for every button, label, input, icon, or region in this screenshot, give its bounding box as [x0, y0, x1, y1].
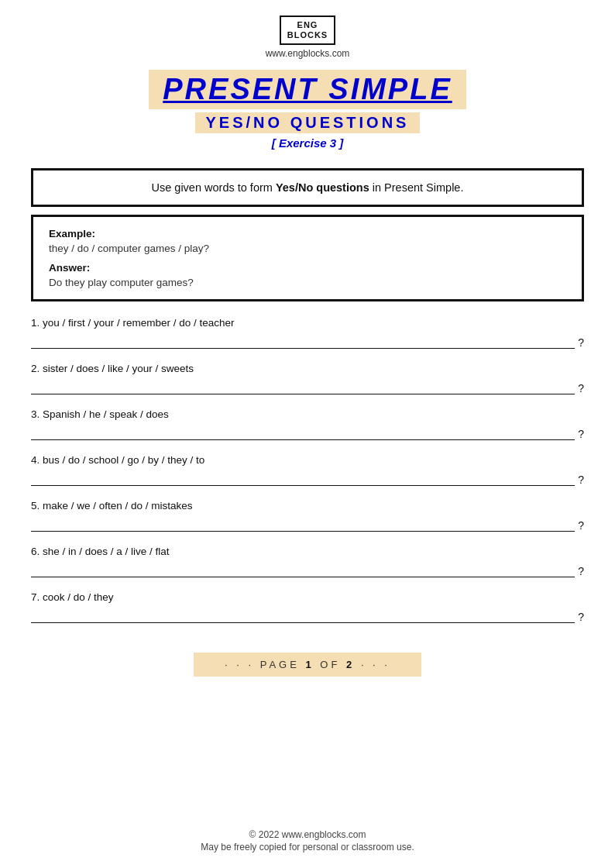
question-item: 5. make / we / often / do / mistakes?	[31, 500, 584, 532]
question-mark: ?	[578, 565, 584, 577]
page-current: 1	[306, 659, 314, 670]
example-prompt: they / do / computer games / play?	[49, 243, 566, 254]
page-dots-right: · · ·	[361, 659, 390, 670]
questions-section: 1. you / first / your / remember / do / …	[31, 317, 584, 637]
answer-text: Do they play computer games?	[49, 277, 566, 288]
instruction-text-part2: in Present Simple.	[369, 181, 464, 194]
instruction-box: Use given words to form Yes/No questions…	[31, 168, 584, 207]
question-item: 4. bus / do / school / go / by / they / …	[31, 454, 584, 486]
answer-line-row: ?	[31, 425, 584, 440]
page-total: 2	[346, 659, 355, 670]
question-item: 7. cook / do / they?	[31, 591, 584, 623]
question-text: 2. sister / does / like / your / sweets	[31, 363, 584, 374]
page: ENG BLOCKS www.engblocks.com PRESENT SIM…	[0, 0, 615, 868]
answer-line[interactable]	[31, 608, 575, 623]
question-item: 1. you / first / your / remember / do / …	[31, 317, 584, 349]
answer-line-row: ?	[31, 562, 584, 577]
page-indicator: · · · PAGE 1 OF 2 · · ·	[194, 653, 421, 677]
question-item: 3. Spanish / he / speak / does?	[31, 408, 584, 440]
question-mark: ?	[578, 474, 584, 486]
footer-license: May be freely copied for personal or cla…	[201, 842, 414, 852]
footer-copyright: © 2022 www.engblocks.com	[201, 829, 414, 840]
question-mark: ?	[578, 611, 584, 623]
question-text: 1. you / first / your / remember / do / …	[31, 317, 584, 329]
answer-line[interactable]	[31, 425, 575, 440]
answer-label: Answer:	[49, 262, 566, 274]
question-mark: ?	[578, 336, 584, 349]
logo-eng: ENG	[287, 20, 328, 30]
answer-line-row: ?	[31, 379, 584, 394]
footer: © 2022 www.engblocks.com May be freely c…	[201, 829, 414, 852]
question-item: 2. sister / does / like / your / sweets?	[31, 363, 584, 394]
question-mark: ?	[578, 382, 584, 394]
answer-line[interactable]	[31, 333, 575, 349]
answer-line-row: ?	[31, 516, 584, 532]
main-title: PRESENT SIMPLE	[149, 70, 466, 109]
logo-area: ENG BLOCKS www.engblocks.com	[266, 16, 350, 59]
question-text: 3. Spanish / he / speak / does	[31, 408, 584, 420]
instruction-text-part1: Use given words to form	[152, 181, 276, 194]
question-text: 6. she / in / does / a / live / flat	[31, 546, 584, 557]
instruction-bold: Yes/No questions	[276, 181, 369, 194]
exercise-label: [ Exercise 3 ]	[149, 136, 466, 150]
question-text: 4. bus / do / school / go / by / they / …	[31, 454, 584, 466]
question-mark: ?	[578, 519, 584, 532]
question-text: 5. make / we / often / do / mistakes	[31, 500, 584, 512]
title-section: PRESENT SIMPLE YES/NO QUESTIONS [ Exerci…	[149, 70, 466, 150]
page-label: PAGE	[260, 659, 306, 670]
answer-line-row: ?	[31, 470, 584, 486]
website-url: www.engblocks.com	[266, 48, 350, 59]
page-of: OF	[320, 659, 346, 670]
page-dots-left: · · ·	[225, 659, 260, 670]
answer-line[interactable]	[31, 379, 575, 394]
logo-blocks: BLOCKS	[287, 30, 328, 40]
answer-line[interactable]	[31, 470, 575, 486]
answer-line[interactable]	[31, 562, 575, 577]
answer-line-row: ?	[31, 608, 584, 623]
question-text: 7. cook / do / they	[31, 591, 584, 603]
answer-line[interactable]	[31, 516, 575, 532]
example-label: Example:	[49, 228, 566, 239]
example-box: Example: they / do / computer games / pl…	[31, 215, 584, 301]
answer-line-row: ?	[31, 333, 584, 349]
logo-box: ENG BLOCKS	[280, 16, 335, 45]
question-mark: ?	[578, 428, 584, 440]
question-item: 6. she / in / does / a / live / flat?	[31, 546, 584, 577]
sub-title: YES/NO QUESTIONS	[195, 112, 421, 133]
